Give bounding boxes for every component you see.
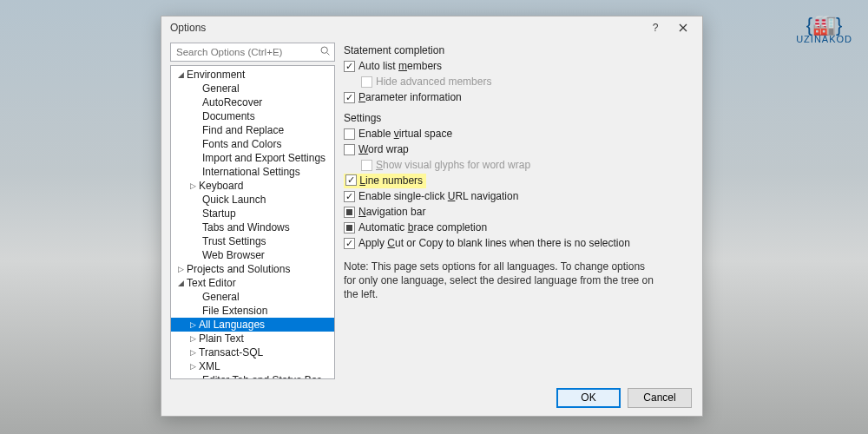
brand-text: UZINAKOD [796, 34, 852, 44]
dialog-title: Options [170, 22, 641, 34]
tree-item[interactable]: General [171, 290, 334, 304]
settings-panel: Statement completion Auto list members H… [344, 43, 694, 379]
search-input[interactable] [174, 46, 319, 58]
dialog-footer: OK Cancel [161, 379, 702, 416]
statement-heading: Statement completion [344, 44, 690, 56]
nav-bar-label: Navigation bar [358, 206, 425, 218]
options-dialog: Options ? ◢Environment General AutoRecov… [161, 16, 703, 417]
tree-all-languages[interactable]: ▷All Languages [171, 318, 334, 332]
glyphs-label: Show visual glyphs for word wrap [376, 159, 530, 171]
help-button[interactable]: ? [641, 18, 669, 37]
tree-item[interactable]: Quick Launch [171, 193, 334, 207]
virtual-space-checkbox[interactable] [344, 128, 355, 140]
left-pane: ◢Environment General AutoRecover Documen… [170, 43, 335, 379]
tree-item[interactable]: Find and Replace [171, 123, 334, 137]
tree-item[interactable]: International Settings [171, 165, 334, 179]
titlebar: Options ? [161, 16, 702, 39]
word-wrap-checkbox[interactable] [344, 144, 355, 155]
param-info-checkbox[interactable] [344, 92, 355, 103]
search-box[interactable] [170, 43, 335, 62]
tree-xml[interactable]: ▷XML [171, 359, 334, 373]
line-numbers-label: Line numbers [359, 174, 423, 187]
tree-item[interactable]: Import and Export Settings [171, 151, 334, 165]
auto-list-label: Auto list members [358, 60, 442, 72]
single-click-url-label: Enable single-click URL navigation [358, 190, 518, 202]
param-info-label: Parameter information [358, 91, 462, 103]
brand-icon: {🏭} [796, 16, 852, 35]
line-numbers-checkbox[interactable] [345, 174, 357, 186]
brand-watermark: {🏭} UZINAKOD [796, 16, 852, 44]
ok-button[interactable]: OK [556, 388, 621, 408]
tree-item[interactable]: Tabs and Windows [171, 220, 334, 234]
tree-item[interactable]: File Extension [171, 304, 334, 318]
brace-checkbox[interactable] [344, 222, 355, 233]
line-numbers-highlight: Line numbers [344, 174, 426, 188]
note-text: Note: This page sets options for all lan… [344, 260, 656, 302]
close-button[interactable] [669, 18, 697, 37]
auto-list-checkbox[interactable] [344, 61, 355, 72]
tree-plain-text[interactable]: ▷Plain Text [171, 332, 334, 345]
hide-adv-label: Hide advanced members [376, 76, 491, 88]
search-icon [319, 44, 331, 60]
cutcopy-checkbox[interactable] [344, 238, 355, 249]
tree-item[interactable]: AutoRecover [171, 95, 334, 109]
tree-item[interactable]: Fonts and Colors [171, 137, 334, 151]
tree-item[interactable]: Startup [171, 207, 334, 220]
options-tree[interactable]: ◢Environment General AutoRecover Documen… [170, 65, 335, 379]
close-icon [679, 23, 687, 32]
svg-point-0 [321, 47, 327, 53]
tree-item[interactable]: Trust Settings [171, 234, 334, 248]
tree-keyboard[interactable]: ▷Keyboard [171, 179, 334, 193]
tree-texteditor[interactable]: ◢Text Editor [171, 276, 334, 290]
cutcopy-label: Apply Cut or Copy to blank lines when th… [358, 237, 630, 249]
tree-tsql[interactable]: ▷Transact-SQL [171, 345, 334, 359]
nav-bar-checkbox[interactable] [344, 207, 355, 218]
hide-adv-checkbox [361, 76, 372, 88]
brace-label: Automatic brace completion [358, 221, 487, 233]
tree-environment[interactable]: ◢Environment [171, 68, 334, 82]
tree-projects[interactable]: ▷Projects and Solutions [171, 262, 334, 276]
virtual-space-label: Enable virtual space [358, 128, 452, 140]
tree-item[interactable]: General [171, 82, 334, 95]
single-click-url-checkbox[interactable] [344, 191, 355, 202]
settings-heading: Settings [344, 112, 690, 124]
tree-item[interactable]: Editor Tab and Status Bar [171, 373, 334, 379]
tree-item[interactable]: Documents [171, 109, 334, 123]
word-wrap-label: Word wrap [358, 143, 409, 155]
cancel-button[interactable]: Cancel [628, 388, 692, 408]
glyphs-checkbox [361, 160, 372, 171]
tree-item[interactable]: Web Browser [171, 248, 334, 262]
